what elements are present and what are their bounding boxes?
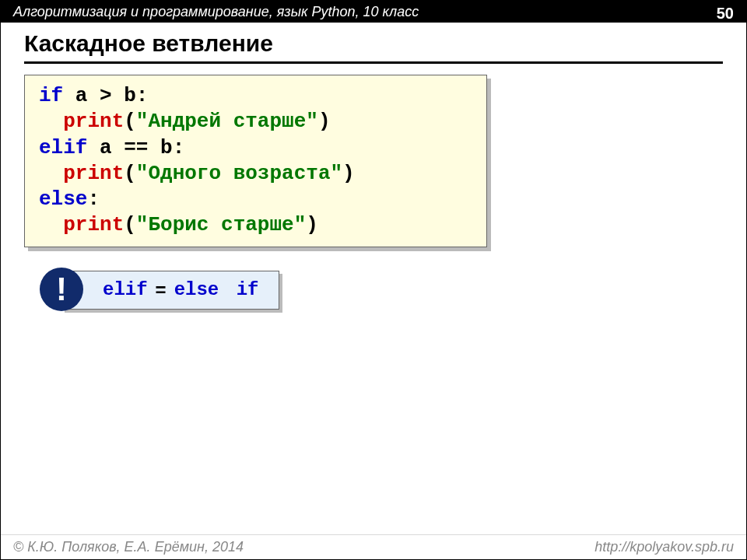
code-line-4: print("Одного возраста") <box>39 161 472 187</box>
slide-header: Алгоритмизация и программирование, язык … <box>1 1 746 23</box>
paren: ) <box>318 110 331 133</box>
string-literal: "Одного возраста" <box>136 162 342 185</box>
func-print: print <box>63 162 124 185</box>
paren: ( <box>124 213 136 236</box>
paren: ) <box>306 213 318 236</box>
keyword-elif: elif <box>39 136 87 159</box>
code-line-6: print("Борис старше") <box>39 212 472 238</box>
title-underline <box>24 61 723 64</box>
code-text: a == b: <box>87 136 184 159</box>
note-elif: elif <box>103 279 148 300</box>
code-line-5: else: <box>39 187 472 212</box>
indent <box>39 213 63 236</box>
note-row: ! elif = else if <box>61 271 746 310</box>
course-title: Алгоритмизация и программирование, язык … <box>13 4 419 20</box>
code-block: if a > b: print("Андрей старше") elif a … <box>24 75 487 247</box>
keyword-if: if <box>39 84 63 107</box>
paren: ) <box>342 162 355 185</box>
func-print: print <box>63 213 124 236</box>
page-number: 50 <box>717 5 734 23</box>
paren: ( <box>124 162 136 185</box>
string-literal: "Андрей старше" <box>136 110 318 133</box>
code-line-1: if a > b: <box>39 83 472 109</box>
note-box: elif = else if <box>61 271 279 310</box>
code-line-2: print("Андрей старше") <box>39 109 472 135</box>
copyright: © К.Ю. Поляков, Е.А. Ерёмин, 2014 <box>13 539 244 555</box>
attention-icon: ! <box>40 267 83 310</box>
code-text: a > b: <box>63 84 148 107</box>
colon: : <box>87 187 100 211</box>
func-print: print <box>63 110 124 133</box>
string-literal: "Борис старше" <box>136 213 306 236</box>
indent <box>39 162 63 185</box>
indent <box>39 110 63 133</box>
slide-footer: © К.Ю. Поляков, Е.А. Ерёмин, 2014 http:/… <box>1 534 746 559</box>
paren: ( <box>124 110 136 133</box>
code-line-3: elif a == b: <box>39 135 472 161</box>
note-else: else <box>174 279 219 300</box>
slide-title: Каскадное ветвление <box>1 23 746 61</box>
note-if: if <box>237 279 259 300</box>
footer-url: http://kpolyakov.spb.ru <box>594 539 734 555</box>
keyword-else: else <box>39 187 87 211</box>
note-equals: = <box>151 279 171 301</box>
